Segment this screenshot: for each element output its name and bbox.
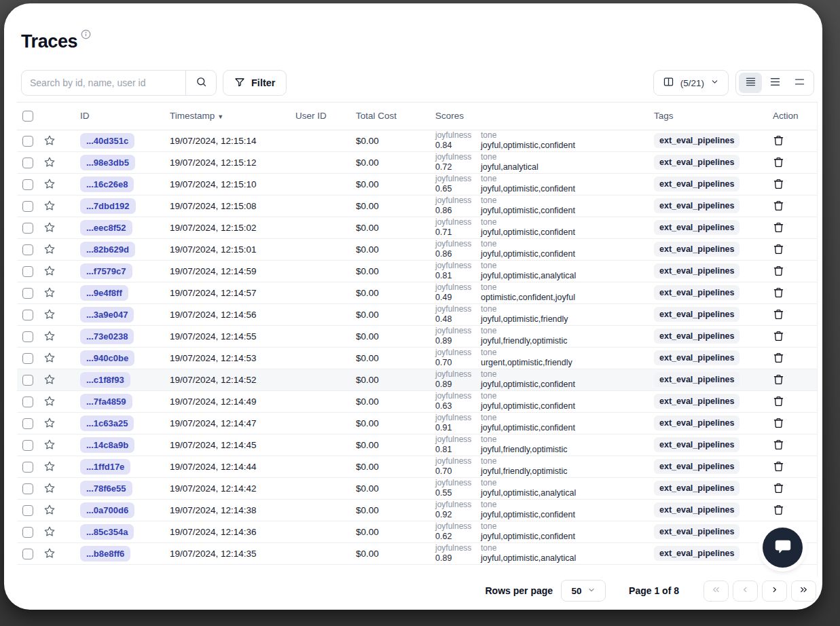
row-checkbox[interactable]: [22, 179, 33, 190]
row-checkbox[interactable]: [22, 331, 33, 342]
row-checkbox[interactable]: [22, 527, 33, 538]
delete-trace-button[interactable]: [773, 265, 784, 277]
tag-badge[interactable]: ext_eval_pipelines: [654, 155, 739, 170]
trace-id-badge[interactable]: ...73e0238: [80, 329, 134, 344]
table-row[interactable]: ...eec8f5219/07/2024, 12:15:02$0.00joyfu…: [17, 217, 818, 238]
tag-badge[interactable]: ext_eval_pipelines: [654, 481, 739, 496]
delete-trace-button[interactable]: [773, 460, 784, 473]
delete-trace-button[interactable]: [773, 330, 784, 342]
row-checkbox[interactable]: [22, 462, 33, 473]
row-checkbox[interactable]: [22, 136, 33, 147]
trace-id-badge[interactable]: ...b8e8ff6: [80, 546, 130, 561]
bookmark-star-icon[interactable]: [43, 221, 56, 234]
trace-id-badge[interactable]: ...7fa4859: [80, 394, 132, 409]
tag-badge[interactable]: ext_eval_pipelines: [654, 133, 739, 148]
row-checkbox[interactable]: [22, 440, 33, 451]
table-row[interactable]: ...85c354a19/07/2024, 12:14:36$0.00joyfu…: [17, 521, 818, 542]
trace-id-badge[interactable]: ...1c63a25: [80, 416, 134, 431]
table-row[interactable]: ...16c26e819/07/2024, 12:15:10$0.00joyfu…: [17, 173, 818, 195]
row-checkbox[interactable]: [22, 418, 33, 429]
delete-trace-button[interactable]: [773, 243, 784, 255]
row-checkbox[interactable]: [22, 505, 33, 516]
tag-badge[interactable]: ext_eval_pipelines: [654, 372, 739, 387]
first-page-button[interactable]: [704, 581, 729, 602]
column-header-user-id[interactable]: User ID: [289, 103, 348, 130]
search-button[interactable]: [185, 71, 216, 95]
table-row[interactable]: ...1ffd17e19/07/2024, 12:14:44$0.00joyfu…: [17, 456, 818, 477]
trace-id-badge[interactable]: ...c1f8f93: [80, 372, 130, 388]
trace-id-badge[interactable]: ...85c354a: [80, 524, 134, 540]
row-checkbox[interactable]: [22, 244, 33, 255]
tag-badge[interactable]: ext_eval_pipelines: [654, 546, 739, 561]
delete-trace-button[interactable]: [773, 395, 784, 407]
column-header-timestamp[interactable]: Timestamp▼: [163, 103, 289, 130]
bookmark-star-icon[interactable]: [43, 373, 56, 386]
delete-trace-button[interactable]: [773, 221, 784, 234]
bookmark-star-icon[interactable]: [43, 265, 56, 277]
filter-button[interactable]: Filter: [223, 70, 287, 96]
previous-page-button[interactable]: [733, 581, 758, 602]
bookmark-star-icon[interactable]: [43, 308, 56, 320]
row-height-relaxed-button[interactable]: [788, 73, 811, 93]
table-row[interactable]: ...9e4f8ff19/07/2024, 12:14:57$0.00joyfu…: [17, 282, 818, 303]
trace-id-badge[interactable]: ...eec8f52: [80, 220, 132, 236]
search-input[interactable]: [22, 71, 185, 95]
table-row[interactable]: ...78f6e5519/07/2024, 12:14:42$0.00joyfu…: [17, 477, 818, 499]
delete-trace-button[interactable]: [773, 482, 784, 494]
bookmark-star-icon[interactable]: [43, 460, 56, 473]
tag-badge[interactable]: ext_eval_pipelines: [654, 307, 739, 322]
tag-badge[interactable]: ext_eval_pipelines: [654, 524, 739, 539]
trace-id-badge[interactable]: ...16c26e8: [80, 177, 134, 192]
trace-id-badge[interactable]: ...14c8a9b: [80, 437, 134, 453]
tag-badge[interactable]: ext_eval_pipelines: [654, 394, 739, 409]
trace-id-badge[interactable]: ...f7579c7: [80, 263, 132, 279]
row-checkbox[interactable]: [22, 375, 33, 386]
row-height-compact-button[interactable]: [739, 73, 762, 93]
table-row[interactable]: ...7fa485919/07/2024, 12:14:49$0.00joyfu…: [17, 390, 818, 412]
bookmark-star-icon[interactable]: [43, 504, 56, 516]
tag-badge[interactable]: ext_eval_pipelines: [654, 177, 739, 191]
trace-id-badge[interactable]: ...1ffd17e: [80, 459, 130, 475]
trace-id-badge[interactable]: ...0a700d6: [80, 502, 134, 518]
delete-trace-button[interactable]: [773, 373, 784, 386]
tag-badge[interactable]: ext_eval_pipelines: [654, 329, 739, 344]
delete-trace-button[interactable]: [773, 417, 784, 429]
tag-badge[interactable]: ext_eval_pipelines: [654, 198, 739, 213]
delete-trace-button[interactable]: [773, 134, 784, 147]
tag-badge[interactable]: ext_eval_pipelines: [654, 459, 739, 474]
bookmark-star-icon[interactable]: [43, 243, 56, 255]
tag-badge[interactable]: ext_eval_pipelines: [654, 350, 739, 365]
trace-id-badge[interactable]: ...3a9e047: [80, 307, 134, 323]
column-header-id[interactable]: ID: [63, 103, 163, 130]
delete-trace-button[interactable]: [773, 308, 784, 320]
trace-id-badge[interactable]: ...9e4f8ff: [80, 285, 128, 301]
table-row[interactable]: ...1c63a2519/07/2024, 12:14:47$0.00joyfu…: [17, 412, 818, 434]
bookmark-star-icon[interactable]: [43, 482, 56, 494]
bookmark-star-icon[interactable]: [43, 417, 56, 429]
column-header-scores[interactable]: Scores: [431, 103, 645, 130]
bookmark-star-icon[interactable]: [43, 156, 56, 168]
bookmark-star-icon[interactable]: [43, 178, 56, 190]
tag-badge[interactable]: ext_eval_pipelines: [654, 220, 739, 235]
bookmark-star-icon[interactable]: [43, 352, 56, 364]
bookmark-star-icon[interactable]: [43, 526, 56, 538]
row-checkbox[interactable]: [22, 158, 33, 168]
row-checkbox[interactable]: [22, 483, 33, 494]
table-row[interactable]: ...b8e8ff619/07/2024, 12:14:35$0.00joyfu…: [17, 542, 818, 564]
bookmark-star-icon[interactable]: [43, 439, 56, 451]
tag-badge[interactable]: ext_eval_pipelines: [654, 242, 739, 257]
bookmark-star-icon[interactable]: [43, 547, 56, 559]
trace-id-badge[interactable]: ...82b629d: [80, 242, 135, 257]
delete-trace-button[interactable]: [773, 287, 784, 299]
row-checkbox[interactable]: [22, 353, 33, 364]
tag-badge[interactable]: ext_eval_pipelines: [654, 285, 739, 300]
row-checkbox[interactable]: [22, 266, 33, 277]
row-checkbox[interactable]: [22, 310, 33, 320]
column-header-total-cost[interactable]: Total Cost: [348, 103, 431, 130]
bookmark-star-icon[interactable]: [43, 134, 56, 147]
trace-id-badge[interactable]: ...98e3db5: [80, 155, 135, 170]
delete-trace-button[interactable]: [773, 178, 784, 190]
row-checkbox[interactable]: [22, 223, 33, 234]
info-icon[interactable]: [81, 29, 91, 42]
last-page-button[interactable]: [791, 581, 816, 602]
